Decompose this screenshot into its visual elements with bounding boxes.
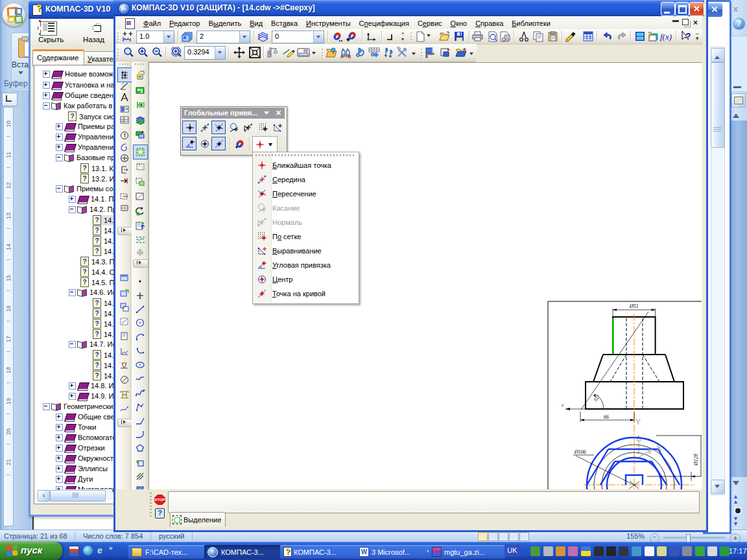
svg-text:?: ? [685,31,691,41]
svg-text:?: ? [648,31,652,38]
svg-text:x: x [561,402,564,408]
svg-text:Y: Y [635,417,641,426]
svg-text:X: X [656,443,662,453]
svg-text:Ø128: Ø128 [693,454,699,466]
svg-text:Ø106: Ø106 [574,449,586,455]
svg-text:66: 66 [604,414,609,420]
svg-text:Ø51: Ø51 [629,303,639,309]
svg-text:А→В: А→В [340,54,351,59]
